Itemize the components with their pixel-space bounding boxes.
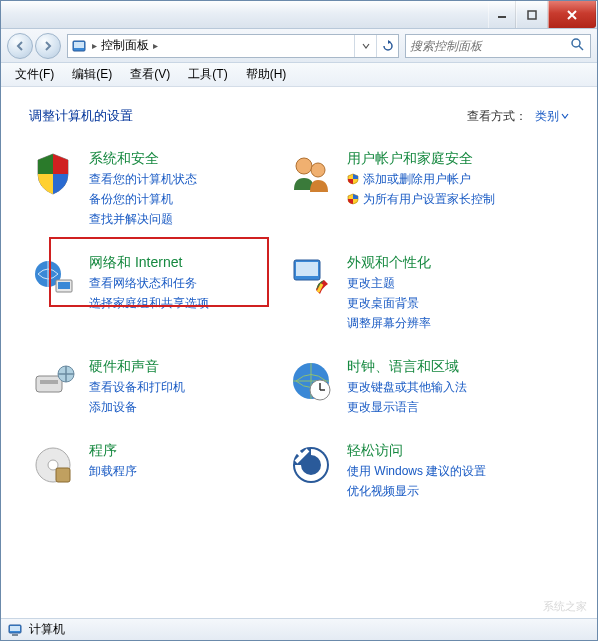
content-area: 调整计算机的设置 查看方式： 类别 系统和安全查看您的计算机状态备份您的计算机查… (1, 87, 597, 617)
menu-help[interactable]: 帮助(H) (238, 64, 295, 85)
network-internet-icon (29, 253, 77, 301)
link-label: 查看网络状态和任务 (89, 275, 197, 291)
menu-file[interactable]: 文件(F) (7, 64, 62, 85)
search-icon (570, 37, 586, 54)
category-link[interactable]: 查看设备和打印机 (89, 379, 185, 395)
svg-rect-10 (58, 282, 70, 289)
search-box[interactable] (405, 34, 591, 58)
category-hardware-sound: 硬件和声音查看设备和打印机添加设备 (29, 357, 287, 415)
category-link[interactable]: 查看您的计算机状态 (89, 171, 197, 187)
category-link[interactable]: 使用 Windows 建议的设置 (347, 463, 486, 479)
link-label: 更改桌面背景 (347, 295, 419, 311)
user-accounts-icon (287, 149, 335, 197)
menu-edit[interactable]: 编辑(E) (64, 64, 120, 85)
link-label: 更改主题 (347, 275, 395, 291)
menu-bar: 文件(F) 编辑(E) 查看(V) 工具(T) 帮助(H) (1, 63, 597, 87)
link-label: 查找并解决问题 (89, 211, 173, 227)
svg-point-6 (296, 158, 312, 174)
svg-point-7 (311, 163, 325, 177)
link-label: 更改键盘或其他输入法 (347, 379, 467, 395)
svg-point-4 (572, 39, 580, 47)
category-link[interactable]: 更改键盘或其他输入法 (347, 379, 467, 395)
link-label: 优化视频显示 (347, 483, 419, 499)
addr-dropdown-button[interactable] (354, 35, 376, 57)
breadcrumb-item[interactable]: 控制面板 ▸ (99, 37, 160, 54)
viewby-label: 查看方式： (467, 108, 527, 125)
category-network-internet: 网络和 Internet查看网络状态和任务选择家庭组和共享选项 (29, 253, 287, 331)
status-bar: 计算机 (1, 618, 597, 640)
appearance-icon (287, 253, 335, 301)
category-link[interactable]: 优化视频显示 (347, 483, 486, 499)
view-by: 查看方式： 类别 (467, 108, 569, 125)
category-title[interactable]: 系统和安全 (89, 149, 197, 167)
category-title[interactable]: 用户帐户和家庭安全 (347, 149, 495, 167)
category-clock-region: 时钟、语言和区域更改键盘或其他输入法更改显示语言 (287, 357, 545, 415)
svg-rect-1 (528, 11, 536, 19)
link-label: 添加或删除用户帐户 (363, 171, 471, 187)
category-user-accounts: 用户帐户和家庭安全添加或删除用户帐户为所有用户设置家长控制 (287, 149, 545, 227)
titlebar (1, 1, 597, 29)
link-label: 添加设备 (89, 399, 137, 415)
category-title[interactable]: 网络和 Internet (89, 253, 209, 271)
category-link[interactable]: 备份您的计算机 (89, 191, 197, 207)
category-link[interactable]: 更改桌面背景 (347, 295, 431, 311)
address-bar[interactable]: ▸ 控制面板 ▸ (67, 34, 399, 58)
uac-shield-icon (347, 173, 359, 185)
category-link[interactable]: 为所有用户设置家长控制 (347, 191, 495, 207)
svg-rect-26 (12, 634, 18, 636)
category-programs: 程序卸载程序 (29, 441, 287, 499)
navigation-bar: ▸ 控制面板 ▸ (1, 29, 597, 63)
link-label: 查看您的计算机状态 (89, 171, 197, 187)
breadcrumb-sep[interactable]: ▸ (90, 40, 99, 51)
category-link[interactable]: 卸载程序 (89, 463, 137, 479)
back-button[interactable] (7, 33, 33, 59)
category-system-security: 系统和安全查看您的计算机状态备份您的计算机查找并解决问题 (29, 149, 287, 227)
forward-button[interactable] (35, 33, 61, 59)
category-link[interactable]: 调整屏幕分辨率 (347, 315, 431, 331)
link-label: 备份您的计算机 (89, 191, 173, 207)
category-link[interactable]: 选择家庭组和共享选项 (89, 295, 209, 311)
category-ease-of-access: 轻松访问使用 Windows 建议的设置优化视频显示 (287, 441, 545, 499)
clock-region-icon (287, 357, 335, 405)
category-title[interactable]: 时钟、语言和区域 (347, 357, 467, 375)
svg-rect-25 (10, 626, 20, 631)
link-label: 更改显示语言 (347, 399, 419, 415)
category-link[interactable]: 更改主题 (347, 275, 431, 291)
svg-rect-3 (74, 42, 84, 48)
refresh-button[interactable] (376, 35, 398, 57)
link-label: 卸载程序 (89, 463, 137, 479)
category-link[interactable]: 查看网络状态和任务 (89, 275, 209, 291)
category-link[interactable]: 查找并解决问题 (89, 211, 197, 227)
menu-view[interactable]: 查看(V) (122, 64, 178, 85)
category-appearance: 外观和个性化更改主题更改桌面背景调整屏幕分辨率 (287, 253, 545, 331)
hardware-sound-icon (29, 357, 77, 405)
system-security-icon (29, 149, 77, 197)
link-label: 使用 Windows 建议的设置 (347, 463, 486, 479)
category-title[interactable]: 外观和个性化 (347, 253, 431, 271)
chevron-down-icon (561, 112, 569, 120)
programs-icon (29, 441, 77, 489)
link-label: 选择家庭组和共享选项 (89, 295, 209, 311)
svg-line-5 (579, 46, 583, 50)
page-title: 调整计算机的设置 (29, 107, 133, 125)
maximize-button[interactable] (516, 1, 548, 28)
category-title[interactable]: 轻松访问 (347, 441, 486, 459)
menu-tools[interactable]: 工具(T) (180, 64, 235, 85)
svg-rect-12 (296, 262, 318, 276)
uac-shield-icon (347, 193, 359, 205)
ease-of-access-icon (287, 441, 335, 489)
category-link[interactable]: 更改显示语言 (347, 399, 467, 415)
category-link[interactable]: 添加或删除用户帐户 (347, 171, 495, 187)
link-label: 调整屏幕分辨率 (347, 315, 431, 331)
computer-icon (7, 622, 23, 638)
control-panel-icon (68, 38, 90, 54)
minimize-button[interactable] (488, 1, 516, 28)
link-label: 为所有用户设置家长控制 (363, 191, 495, 207)
search-input[interactable] (410, 39, 570, 53)
category-title[interactable]: 硬件和声音 (89, 357, 185, 375)
category-link[interactable]: 添加设备 (89, 399, 185, 415)
category-title[interactable]: 程序 (89, 441, 137, 459)
viewby-dropdown[interactable]: 类别 (535, 108, 569, 125)
status-text: 计算机 (29, 621, 65, 638)
close-button[interactable] (548, 1, 596, 28)
